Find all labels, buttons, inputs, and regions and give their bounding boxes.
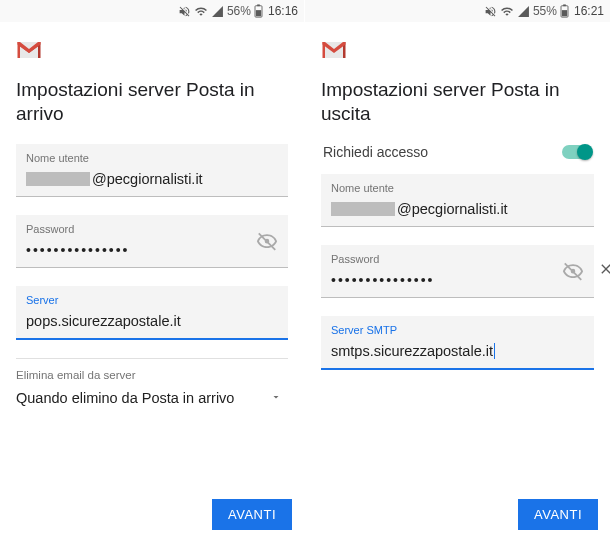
password-field[interactable]: Password ••••••••••••••• <box>321 245 594 298</box>
require-signin-toggle[interactable] <box>562 145 592 159</box>
delete-from-server-dropdown[interactable]: Quando elimino da Posta in arrivo <box>16 389 288 407</box>
delete-from-server-label: Elimina email da server <box>16 369 288 381</box>
username-label: Nome utente <box>331 182 584 194</box>
username-label: Nome utente <box>26 152 278 164</box>
next-button[interactable]: AVANTI <box>518 499 598 530</box>
visibility-off-icon[interactable] <box>562 260 584 286</box>
password-label: Password <box>26 223 278 235</box>
signal-icon <box>211 5 224 18</box>
smtp-server-field[interactable]: Server SMTP smtps.sicurezzapostale.it <box>321 316 594 370</box>
svg-rect-2 <box>256 10 261 16</box>
gmail-logo <box>321 40 594 64</box>
svg-rect-7 <box>563 4 566 6</box>
delete-from-server-section: Elimina email da server Quando elimino d… <box>16 358 288 413</box>
username-redacted <box>331 202 395 216</box>
status-bar: 55% 16:21 <box>305 0 610 22</box>
username-redacted <box>26 172 90 186</box>
incoming-server-screen: 56% 16:16 Impostazioni server Posta in a… <box>0 0 305 540</box>
server-label: Server <box>26 294 278 306</box>
clear-icon[interactable] <box>598 261 610 281</box>
visibility-off-icon[interactable] <box>256 230 278 256</box>
smtp-server-label: Server SMTP <box>331 324 584 336</box>
signal-icon <box>517 5 530 18</box>
username-field[interactable]: Nome utente @pecgiornalisti.it <box>321 174 594 227</box>
username-domain: @pecgiornalisti.it <box>92 171 203 187</box>
server-value: pops.sicurezzapostale.it <box>26 313 181 329</box>
require-signin-label: Richiedi accesso <box>323 144 428 160</box>
battery-percent: 55% <box>533 4 557 18</box>
battery-icon <box>560 4 569 18</box>
username-field[interactable]: Nome utente @pecgiornalisti.it <box>16 144 288 197</box>
status-bar: 56% 16:16 <box>0 0 304 22</box>
mute-icon <box>178 5 191 18</box>
dropdown-icon <box>270 389 282 407</box>
page-title: Impostazioni server Posta in arrivo <box>16 78 288 126</box>
svg-rect-1 <box>257 4 260 6</box>
require-signin-row: Richiedi accesso <box>321 144 594 174</box>
clock: 16:21 <box>574 4 604 18</box>
password-label: Password <box>331 253 584 265</box>
smtp-server-value: smtps.sicurezzapostale.it <box>331 343 493 359</box>
username-domain: @pecgiornalisti.it <box>397 201 508 217</box>
battery-percent: 56% <box>227 4 251 18</box>
battery-icon <box>254 4 263 18</box>
next-button[interactable]: AVANTI <box>212 499 292 530</box>
password-field[interactable]: Password ••••••••••••••• <box>16 215 288 268</box>
password-masked: ••••••••••••••• <box>331 272 435 288</box>
password-masked: ••••••••••••••• <box>26 242 130 258</box>
svg-rect-8 <box>562 10 567 16</box>
outgoing-server-screen: 55% 16:21 Impostazioni server Posta in u… <box>305 0 610 540</box>
mute-icon <box>484 5 497 18</box>
clock: 16:16 <box>268 4 298 18</box>
text-cursor <box>494 343 496 359</box>
server-field[interactable]: Server pops.sicurezzapostale.it <box>16 286 288 340</box>
delete-dropdown-value: Quando elimino da Posta in arrivo <box>16 390 234 406</box>
page-title: Impostazioni server Posta in uscita <box>321 78 594 126</box>
gmail-logo <box>16 40 288 64</box>
wifi-icon <box>194 5 208 18</box>
wifi-icon <box>500 5 514 18</box>
